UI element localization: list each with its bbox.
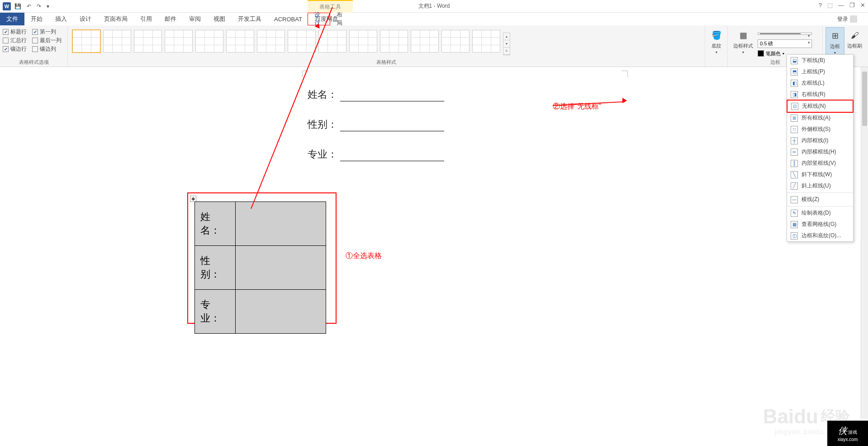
field-gender: 性别： — [308, 118, 337, 131]
tab-acrobat[interactable]: ACROBAT — [268, 13, 308, 25]
corner-logo: 侠游戏 xiayx.com — [827, 421, 868, 446]
chk-first-col[interactable]: ✔第一列 — [32, 28, 56, 36]
border-styles-button[interactable]: ▦ 边框样式▾ — [730, 27, 756, 58]
tab-mail[interactable]: 邮件 — [158, 13, 183, 25]
bucket-icon: 🪣 — [710, 29, 723, 42]
group-table-styles: 表格样式 — [68, 59, 705, 66]
dd-border-inside-v[interactable]: ║内部竖框线(V) — [787, 158, 853, 169]
table-style-thumb[interactable] — [103, 30, 131, 53]
chk-header-row[interactable]: ✔标题行 — [3, 28, 27, 36]
user-avatar-icon — [850, 15, 857, 23]
tab-page-layout[interactable]: 页面布局 — [98, 13, 134, 25]
tab-review[interactable]: 审阅 — [183, 13, 207, 25]
table-cell[interactable]: 性别： — [195, 246, 236, 290]
word-logo: W — [3, 2, 11, 10]
dd-border-diag-up[interactable]: ╱斜上框线(U) — [787, 180, 853, 192]
dd-border-right[interactable]: ◨右框线(R) — [787, 89, 853, 100]
underline — [340, 121, 444, 131]
table-style-thumb[interactable] — [380, 30, 408, 53]
borders-dropdown: ⬓下框线(B) ⬒上框线(P) ◧左框线(L) ◨右框线(R) ⊡无框线(N) … — [787, 54, 854, 242]
diag-down-icon: ╲ — [791, 171, 798, 178]
table-move-handle[interactable]: ✥ — [190, 196, 196, 202]
underline — [340, 151, 444, 161]
border-inside-v-icon: ║ — [791, 160, 798, 167]
pen-color-icon — [758, 50, 764, 57]
dd-border-top[interactable]: ⬒上框线(P) — [787, 66, 853, 77]
shading-button[interactable]: 🪣 底纹▾ — [708, 27, 725, 56]
border-bottom-icon: ⬓ — [791, 57, 798, 64]
chk-banded-col[interactable]: 镶边列 — [32, 45, 56, 53]
redo-icon[interactable]: ↷ — [35, 2, 43, 10]
scrollbar-thumb[interactable] — [862, 72, 867, 126]
borders-icon: ⊞ — [829, 29, 841, 42]
tab-view[interactable]: 视图 — [207, 13, 232, 25]
dd-border-inside-h[interactable]: ═内部横框线(H) — [787, 146, 853, 158]
table-cell[interactable] — [236, 246, 326, 290]
dd-border-outside[interactable]: □外侧框线(S) — [787, 124, 853, 135]
ribbon-toggle-icon[interactable]: ⬚ — [827, 2, 833, 9]
close-icon[interactable]: ✕ — [860, 2, 865, 9]
arrow-head-icon — [622, 98, 627, 103]
gallery-scroll[interactable]: ▴▾≡ — [503, 33, 510, 55]
login-link[interactable]: 登录 — [837, 15, 857, 23]
tab-home[interactable]: 开始 — [24, 13, 49, 25]
dd-border-none[interactable]: ⊡无框线(N) — [787, 100, 854, 113]
table-style-thumb[interactable] — [349, 30, 377, 53]
tab-developer[interactable]: 开发工具 — [232, 13, 268, 25]
table-style-thumb[interactable] — [411, 30, 439, 53]
annotation-step1: ①全选表格 — [346, 251, 382, 261]
undo-icon[interactable]: ↶ — [25, 2, 33, 10]
table-style-thumb[interactable] — [288, 30, 316, 53]
dd-border-left[interactable]: ◧左框线(L) — [787, 77, 853, 89]
dd-border-inside[interactable]: ┼内部框线(I) — [787, 135, 853, 146]
table-cell[interactable] — [236, 290, 326, 334]
tab-file[interactable]: 文件 — [0, 13, 24, 25]
dd-horizontal-line[interactable]: —横线(Z) — [787, 194, 853, 205]
underline — [340, 91, 444, 101]
table-cell[interactable] — [236, 202, 326, 246]
tab-table-layout[interactable]: 布局 — [330, 13, 353, 25]
chk-banded-row[interactable]: ✔镶边行 — [3, 45, 27, 53]
selected-table[interactable]: 姓名： 性别： 专业： — [194, 201, 326, 334]
document-canvas[interactable]: 姓名： 性别： 专业： — [0, 67, 868, 446]
restore-icon[interactable]: ❐ — [849, 2, 855, 9]
help-icon[interactable]: ? — [819, 2, 822, 9]
dialog-icon: ◫ — [791, 232, 798, 240]
border-inside-icon: ┼ — [791, 137, 798, 144]
borders-button[interactable]: ⊞ 边框▾ — [825, 27, 844, 57]
dd-borders-dialog[interactable]: ◫边框和底纹(O)... — [787, 230, 853, 241]
line-style-select[interactable] — [758, 33, 812, 35]
table-style-thumb[interactable] — [72, 30, 100, 53]
border-style-icon: ▦ — [737, 29, 749, 42]
table-style-thumb[interactable] — [165, 30, 193, 53]
chk-last-col[interactable]: 最后一列 — [32, 37, 62, 44]
dd-border-diag-down[interactable]: ╲斜下框线(W) — [787, 169, 853, 180]
table-style-thumb[interactable] — [441, 30, 470, 53]
dd-border-all[interactable]: ⊞所有框线(A) — [787, 112, 853, 124]
border-painter-button[interactable]: 🖌 边框刷 — [844, 27, 865, 57]
grid-icon: ▦ — [791, 221, 798, 228]
line-weight-select[interactable]: 0.5 磅 — [758, 39, 812, 48]
table-cell[interactable]: 专业： — [195, 290, 236, 334]
tab-design[interactable]: 设计 — [73, 13, 98, 25]
field-name: 姓名： — [308, 88, 337, 101]
save-icon[interactable]: 💾 — [13, 2, 23, 10]
dd-draw-table[interactable]: ✎绘制表格(D) — [787, 207, 853, 219]
table-style-thumb[interactable] — [318, 30, 346, 53]
table-cell[interactable]: 姓名： — [195, 202, 236, 246]
dd-border-bottom[interactable]: ⬓下框线(B) — [787, 55, 853, 66]
chk-total-row[interactable]: 汇总行 — [3, 37, 27, 44]
table-style-thumb[interactable] — [195, 30, 223, 53]
qat-more-icon[interactable]: ▾ — [45, 2, 51, 10]
vertical-scrollbar[interactable] — [861, 67, 868, 419]
table-style-thumb[interactable] — [226, 30, 254, 53]
border-left-icon: ◧ — [791, 80, 798, 87]
hline-icon: — — [791, 196, 798, 203]
table-style-thumb[interactable] — [134, 30, 162, 53]
tab-insert[interactable]: 插入 — [49, 13, 73, 25]
tab-references[interactable]: 引用 — [134, 13, 158, 25]
dd-view-gridlines[interactable]: ▦查看网格线(G) — [787, 219, 853, 230]
table-style-thumb[interactable] — [472, 30, 500, 53]
minimize-icon[interactable]: — — [838, 2, 844, 9]
table-style-thumb[interactable] — [257, 30, 285, 53]
